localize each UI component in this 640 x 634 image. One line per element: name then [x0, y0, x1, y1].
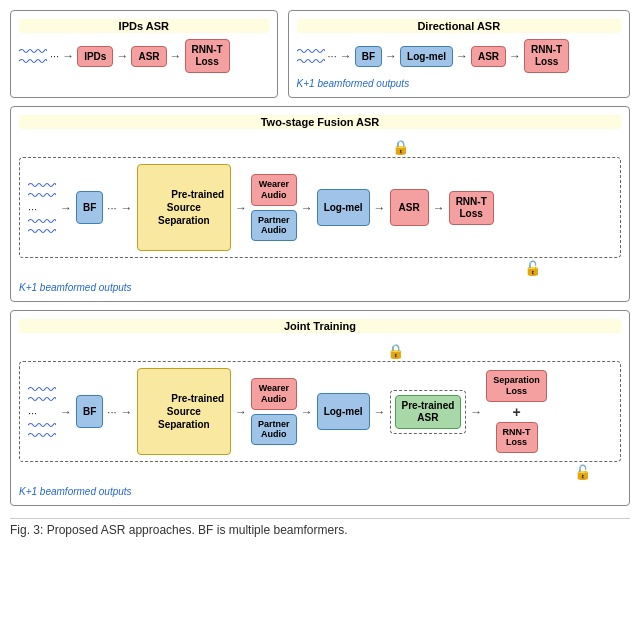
ipds-asr-diagram: IPDs ASR ··· → IPDs → ASR → RNN-T Loss	[10, 10, 278, 98]
joint-training-diagram: Joint Training 🔒 ···	[10, 310, 630, 506]
arrow3: →	[170, 49, 182, 63]
partner-audio-fusion: Partner Audio	[251, 210, 297, 242]
waveform-fusion	[28, 181, 56, 199]
pre-trained-asr-joint: Pre-trained ASR	[395, 395, 462, 429]
sep-label-joint: Pre-trained Source Separation	[158, 393, 224, 430]
bf-block-dir: BF	[355, 46, 382, 67]
arrow2: →	[116, 49, 128, 63]
loss-column: Separation Loss + RNN-T Loss	[486, 370, 547, 453]
wearer-audio-fusion: Wearer Audio	[251, 174, 297, 206]
pretrained-asr-box: Pre-trained ASR	[390, 390, 467, 434]
dots-j2: ···	[107, 406, 116, 418]
fusion-inner: ··· → BF ··· → Pre-trained Source Separa…	[19, 157, 621, 258]
ipds-title: IPDs ASR	[19, 19, 269, 33]
lock-bottom-joint: 🔓	[19, 464, 621, 480]
wave-dir-top	[297, 47, 325, 55]
rnn-t-fusion: RNN-T Loss	[449, 191, 494, 225]
directional-asr-diagram: Directional ASR ··· → BF → Log-mel → ASR…	[288, 10, 630, 98]
lock-icon-bottom: 🔓	[524, 260, 541, 276]
dots-joint: ···	[28, 407, 37, 419]
wearer-audio-joint: Wearer Audio	[251, 378, 297, 410]
joint-input: ···	[28, 385, 56, 439]
audio-pair-joint: Wearer Audio Partner Audio	[251, 378, 297, 445]
bf-fusion: BF	[76, 191, 103, 224]
wave-dir-bottom	[297, 57, 325, 65]
dots-ipds: ···	[50, 50, 59, 62]
fusion-title: Two-stage Fusion ASR	[19, 115, 621, 129]
k1-joint: K+1 beamformed outputs	[19, 486, 621, 497]
wave-j4	[28, 431, 56, 439]
logmel-fusion: Log-mel	[317, 189, 370, 226]
wave-j2	[28, 395, 56, 403]
waveform-dir	[297, 47, 325, 65]
joint-wrapper: 🔒 ··· → BF ·	[19, 339, 621, 484]
lock-icon-joint-bottom: 🔓	[574, 464, 591, 480]
lock-bottom-fusion: 🔓	[19, 260, 621, 276]
logmel-joint: Log-mel	[317, 393, 370, 430]
arrow-f3: →	[235, 201, 247, 215]
dots-f2: ···	[107, 202, 116, 214]
plus-sign: +	[512, 404, 520, 420]
dots-fusion: ···	[28, 203, 37, 215]
wave-f3	[28, 217, 56, 225]
lock-icon-top: 🔒	[392, 139, 409, 155]
ipds-block: IPDs	[77, 46, 113, 67]
waveform-ipds-top	[19, 47, 47, 65]
arrow-f5: →	[374, 201, 386, 215]
fusion-asr-diagram: Two-stage Fusion ASR 🔒 ···	[10, 106, 630, 302]
wave-j1	[28, 385, 56, 393]
arrow-j2: →	[121, 405, 133, 419]
arrow-f6: →	[433, 201, 445, 215]
wave-bottom	[19, 57, 47, 65]
arrow-dir3: →	[456, 49, 468, 63]
waveform-joint2	[28, 421, 56, 439]
wave-f4	[28, 227, 56, 235]
lock-icon-joint-top: 🔒	[387, 343, 404, 359]
arrow-j4: →	[301, 405, 313, 419]
rnn-t-loss-dir: RNN-T Loss	[524, 39, 569, 73]
waveform-fusion2	[28, 217, 56, 235]
k1-label-dir: K+1 beamformed outputs	[297, 77, 621, 89]
wave-f2	[28, 191, 56, 199]
arrow-j1: →	[60, 405, 72, 419]
partner-audio-joint: Partner Audio	[251, 414, 297, 446]
arrow-j5: →	[374, 405, 386, 419]
top-row: IPDs ASR ··· → IPDs → ASR → RNN-T Loss D…	[10, 10, 630, 98]
arrow-f1: →	[60, 201, 72, 215]
wave-top	[19, 47, 47, 55]
fusion-wrapper: 🔒 ··· → BF ·	[19, 135, 621, 280]
dots-dir: ···	[328, 50, 337, 62]
bf-joint: BF	[76, 395, 103, 428]
audio-pair-fusion: Wearer Audio Partner Audio	[251, 174, 297, 241]
joint-inner: ··· → BF ··· → Pre-trained Source Separa…	[19, 361, 621, 462]
main-container: IPDs ASR ··· → IPDs → ASR → RNN-T Loss D…	[10, 10, 630, 541]
pre-trained-sep-joint: Pre-trained Source Separation	[137, 368, 232, 455]
asr-block-ipds: ASR	[131, 46, 166, 67]
rnn-t-loss-ipds: RNN-T Loss	[185, 39, 230, 73]
joint-title: Joint Training	[19, 319, 621, 333]
arrow-dir4: →	[509, 49, 521, 63]
separation-loss-joint: Separation Loss	[486, 370, 547, 402]
arrow-f4: →	[301, 201, 313, 215]
directional-flow: ··· → BF → Log-mel → ASR → RNN-T Loss	[297, 39, 621, 73]
logmel-block-dir: Log-mel	[400, 46, 453, 67]
wave-j3	[28, 421, 56, 429]
directional-title: Directional ASR	[297, 19, 621, 33]
lock-top-fusion: 🔒	[19, 139, 621, 155]
arrow-j3: →	[235, 405, 247, 419]
arrow-dir1: →	[340, 49, 352, 63]
arrow-j6: →	[470, 405, 482, 419]
pre-trained-sep-fusion: Pre-trained Source Separation	[137, 164, 232, 251]
asr-fusion: ASR	[390, 189, 429, 226]
caption: Fig. 3: Proposed ASR approaches. BF is m…	[10, 518, 630, 541]
arrow-dir2: →	[385, 49, 397, 63]
lock-top-joint: 🔒	[19, 343, 621, 359]
fusion-input: ···	[28, 181, 56, 235]
ipds-flow: ··· → IPDs → ASR → RNN-T Loss	[19, 39, 269, 73]
rnn-t-joint: RNN-T Loss	[496, 422, 538, 454]
arrow-f2: →	[121, 201, 133, 215]
k1-fusion: K+1 beamformed outputs	[19, 282, 621, 293]
asr-block-dir: ASR	[471, 46, 506, 67]
arrow1: →	[62, 49, 74, 63]
sep-label: Pre-trained Source Separation	[158, 189, 224, 226]
